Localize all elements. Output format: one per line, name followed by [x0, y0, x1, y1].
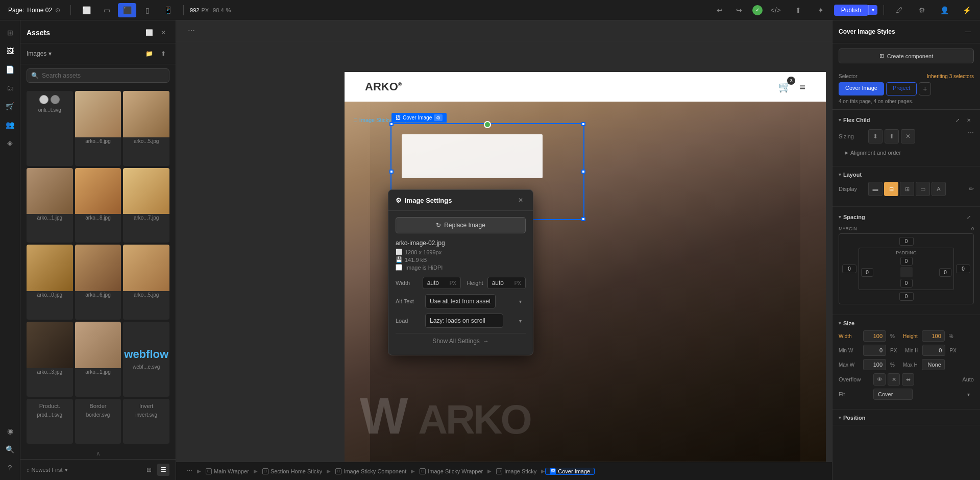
margin-bottom-input[interactable] — [899, 292, 914, 301]
publish-dropdown-button[interactable]: ▾ — [868, 5, 877, 15]
display-inline-btn[interactable]: ▭ — [916, 182, 930, 196]
margin-top-input[interactable] — [899, 237, 914, 246]
height-input[interactable] — [492, 279, 512, 286]
integrations-icon[interactable]: ◉ — [2, 423, 18, 439]
alt-text-select-wrap[interactable]: Use alt text from assetCustom alt textDe… — [425, 294, 526, 308]
selector-add-button[interactable]: + — [919, 82, 931, 95]
device-tablet-icon[interactable]: ⬛ — [118, 3, 136, 17]
display-text-btn[interactable]: A — [932, 182, 946, 196]
maxh-input[interactable] — [922, 359, 945, 370]
page-settings-icon[interactable]: ⊙ — [55, 7, 60, 14]
breadcrumb-main-wrapper[interactable]: □ Main Wrapper — [201, 468, 254, 475]
display-flex-btn[interactable]: ⊟ — [884, 182, 898, 196]
sizing-btn-2[interactable]: ⬆ — [885, 129, 899, 143]
padding-bottom-input[interactable] — [900, 279, 913, 287]
scroll-up-indicator[interactable]: ∧ — [20, 448, 176, 459]
list-item[interactable]: arko...1.jpg — [27, 168, 73, 243]
list-item[interactable]: webflow webf...e.svg — [123, 322, 169, 397]
height-size-input[interactable] — [922, 330, 945, 342]
help-icon[interactable]: ? — [2, 460, 18, 476]
pages-icon[interactable]: 📄 — [2, 61, 18, 78]
alt-text-select[interactable]: Use alt text from assetCustom alt textDe… — [425, 294, 496, 308]
width-size-input[interactable] — [863, 330, 886, 342]
settings-gear-icon[interactable]: ⚙ — [913, 3, 931, 17]
canvas-viewport[interactable]: □ Image Sticky Component ARKO® 🛒 3 ≡ — [176, 41, 832, 462]
upload-folder-icon[interactable]: 📁 — [143, 47, 155, 60]
cms-icon[interactable]: 🗂 — [2, 80, 18, 96]
style-panel-icon[interactable]: 🖊 — [890, 3, 909, 17]
display-grid-btn[interactable]: ⊞ — [900, 182, 914, 196]
list-view-button[interactable]: ☰ — [157, 464, 169, 476]
padding-right-input[interactable] — [939, 268, 951, 277]
device-tablet-v-icon[interactable]: ▯ — [138, 3, 157, 17]
list-item[interactable]: Border border.svg — [75, 399, 121, 444]
hamburger-menu-icon[interactable]: ≡ — [799, 81, 805, 93]
assets-search-input[interactable] — [42, 69, 165, 82]
size-section-header[interactable]: Size — [832, 315, 980, 330]
fc-expand-icon[interactable]: ⤢ — [952, 115, 963, 125]
show-all-settings-button[interactable]: Show All Settings → — [396, 333, 526, 349]
grid-view-button[interactable]: ⊞ — [143, 464, 155, 476]
search-left-icon[interactable]: 🔍 — [2, 441, 18, 458]
position-section-header[interactable]: Position — [832, 410, 980, 425]
display-edit-icon[interactable]: ✏ — [969, 185, 974, 193]
selector-tab-project[interactable]: Project — [886, 82, 917, 95]
fit-select[interactable]: CoverContainFillNoneScale Down — [873, 389, 913, 400]
create-component-button[interactable]: ⊞ Create component — [839, 49, 974, 63]
overflow-scroll-icon[interactable]: ⬌ — [902, 373, 914, 386]
hidpi-checkbox-row[interactable]: Image is HiDPI — [396, 264, 526, 271]
panel-collapse-icon[interactable]: ⬜ — [143, 27, 155, 39]
fc-more-icon[interactable]: ✕ — [964, 115, 974, 125]
breadcrumb-more[interactable]: ⋯ — [182, 467, 197, 475]
layout-section-header[interactable]: Layout — [832, 166, 980, 182]
list-item[interactable]: onli...t.svg — [27, 91, 73, 166]
add-element-icon[interactable]: ⊞ — [2, 25, 18, 41]
lightning-icon[interactable]: ⚡ — [958, 3, 976, 17]
list-item[interactable]: arko...8.jpg — [75, 168, 121, 243]
display-block-btn[interactable]: ▬ — [868, 182, 883, 196]
breadcrumb-image-sticky-component[interactable]: □ Image Sticky Component — [331, 468, 411, 475]
breadcrumb-image-sticky[interactable]: □ Image Sticky — [492, 468, 541, 475]
padding-top-input[interactable] — [900, 257, 913, 266]
minh-input[interactable] — [922, 345, 945, 356]
device-laptop-icon[interactable]: ▭ — [97, 3, 116, 17]
flex-child-section-header[interactable]: Flex Child ⤢ ✕ — [832, 110, 980, 129]
list-item[interactable]: arko...5.jpg — [123, 91, 169, 166]
modal-close-button[interactable]: ✕ — [516, 195, 526, 205]
spacing-expand-icon[interactable]: ⤢ — [964, 212, 974, 222]
panel-close-icon[interactable]: ✕ — [157, 27, 169, 39]
sizing-btn-3[interactable]: ✕ — [901, 129, 915, 143]
account-icon[interactable]: 👤 — [935, 3, 953, 17]
overflow-visible-icon[interactable]: 👁 — [873, 373, 886, 386]
breadcrumb-section-home-sticky[interactable]: □ Section Home Sticky — [258, 468, 327, 475]
list-item[interactable]: arko...5.jpg — [123, 245, 169, 320]
hidpi-checkbox[interactable] — [396, 264, 402, 271]
fit-select-wrap[interactable]: CoverContainFillNoneScale Down ▾ — [873, 389, 974, 400]
device-desktop-icon[interactable]: ⬜ — [77, 3, 95, 17]
padding-left-input[interactable] — [861, 268, 873, 277]
assets-search-bar[interactable]: 🔍 — [27, 68, 169, 83]
minw-input[interactable] — [863, 345, 886, 356]
load-select-wrap[interactable]: Lazy: loads on scrollEager: loads immedi… — [425, 314, 526, 328]
rp-minimize-icon[interactable]: — — [962, 26, 974, 38]
canvas-dots-icon[interactable]: ⋯ — [182, 23, 201, 38]
device-mobile-icon[interactable]: 📱 — [159, 3, 177, 17]
selector-tab-cover-image[interactable]: Cover Image — [839, 82, 884, 95]
maxw-input[interactable] — [863, 359, 886, 370]
margin-left-input[interactable] — [842, 265, 856, 273]
sizing-btn-1[interactable]: ⬍ — [868, 129, 883, 143]
sort-button[interactable]: ↕ Newest First ▾ — [27, 467, 68, 473]
users-icon[interactable]: 👥 — [2, 116, 18, 133]
ecommerce-left-icon[interactable]: 🛒 — [2, 98, 18, 114]
breadcrumb-cover-image[interactable]: 🖼 Cover Image — [545, 468, 595, 475]
list-item[interactable]: arko...6.jpg — [75, 91, 121, 166]
margin-right-input[interactable] — [956, 265, 970, 273]
spacing-section-header[interactable]: Spacing ⤢ — [832, 207, 980, 226]
list-item[interactable]: arko...1.jpg — [75, 322, 121, 397]
sizing-more-icon[interactable]: ⋯ — [968, 129, 974, 143]
cart-icon[interactable]: 🛒 3 — [778, 81, 791, 93]
list-item[interactable]: arko...7.jpg — [123, 168, 169, 243]
ecommerce-icon[interactable]: ✦ — [812, 3, 830, 17]
logic-icon[interactable]: ◈ — [2, 135, 18, 151]
breadcrumb-image-sticky-wrapper[interactable]: □ Image Sticky Wrapper — [415, 468, 487, 475]
